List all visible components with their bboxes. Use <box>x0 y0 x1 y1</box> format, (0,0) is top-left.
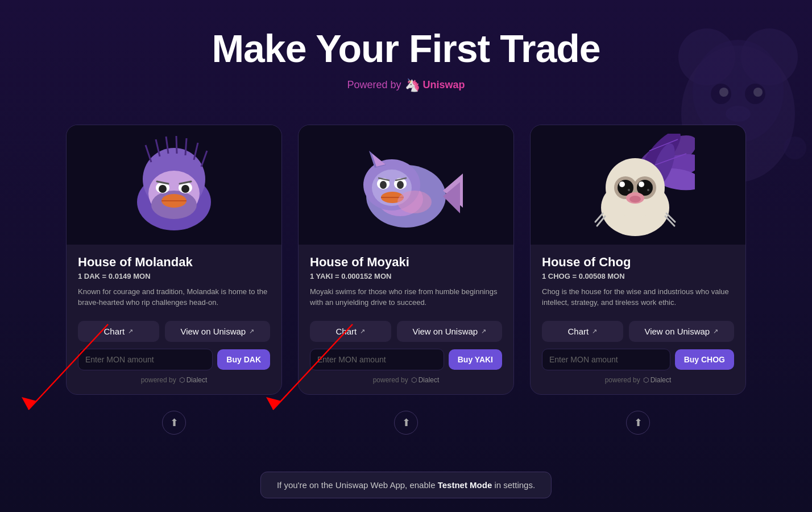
swap-row-yaki: Buy YAKI <box>299 349 513 370</box>
dialect-brand-dak: Dialect <box>187 376 208 384</box>
creature-yaki-svg <box>349 134 463 236</box>
uniswap-logo: 🦄 Uniswap <box>405 78 465 93</box>
chart-button-yaki[interactable]: Chart ↗ <box>310 321 391 342</box>
card-body-chog: House of Chog 1 CHOG = 0.00508 MON Chog … <box>531 245 745 321</box>
testnet-suffix: in settings. <box>494 480 535 490</box>
svg-point-70 <box>647 189 649 191</box>
share-wrapper-yaki: ⬆ <box>298 411 514 435</box>
external-icon-chart-chog: ↗ <box>592 328 597 335</box>
uniswap-label: Uniswap <box>423 79 465 91</box>
svg-point-67 <box>619 181 625 187</box>
svg-point-68 <box>639 181 644 187</box>
card-actions-chog: Chart ↗ View on Uniswap ↗ <box>531 321 745 342</box>
share-wrapper-chog: ⬆ <box>530 411 746 435</box>
chart-button-dak[interactable]: Chart ↗ <box>78 321 159 342</box>
uniswap-label-dak: View on Uniswap <box>180 327 246 336</box>
testnet-notice: If you're on the Uniswap Web App, enable <box>277 480 436 490</box>
uniswap-label-chog: View on Uniswap <box>644 327 710 336</box>
svg-point-52 <box>397 191 432 213</box>
share-wrapper-dak: ⬆ <box>66 411 282 435</box>
dialect-logo-chog: ⬡ Dialect <box>643 376 672 384</box>
buy-dak-button[interactable]: Buy DAK <box>217 349 270 370</box>
card-desc-chog: Chog is the house for the wise and indus… <box>542 286 734 308</box>
card-title-chog: House of Chog <box>542 255 734 270</box>
card-dak: House of Molandak 1 DAK = 0.0149 MON Kno… <box>66 125 282 395</box>
svg-point-29 <box>159 185 167 193</box>
mon-input-chog[interactable] <box>542 349 670 370</box>
creature-dak-svg <box>117 134 231 236</box>
dialect-label-chog: powered by <box>605 376 640 384</box>
dialect-label-yaki: powered by <box>373 376 408 384</box>
card-chog: House of Chog 1 CHOG = 0.00508 MON Chog … <box>530 125 746 395</box>
card-title-dak: House of Molandak <box>78 255 270 270</box>
card-body-dak: House of Molandak 1 DAK = 0.0149 MON Kno… <box>67 245 281 321</box>
share-button-chog[interactable]: ⬆ <box>626 411 650 435</box>
external-icon-chart-dak: ↗ <box>128 328 133 335</box>
mon-input-yaki[interactable] <box>310 349 444 370</box>
chart-label-yaki: Chart <box>335 327 357 336</box>
chart-button-chog[interactable]: Chart ↗ <box>542 321 623 342</box>
page-title: Make Your First Trade <box>0 27 812 70</box>
svg-line-21 <box>176 136 177 154</box>
svg-point-46 <box>380 181 387 189</box>
dialect-brand-yaki: Dialect <box>419 376 440 384</box>
share-button-yaki[interactable]: ⬆ <box>394 411 418 435</box>
svg-point-47 <box>397 181 404 189</box>
dialect-icon-yaki: ⬡ <box>411 376 417 384</box>
external-icon-uni-dak: ↗ <box>249 328 254 335</box>
card-body-yaki: House of Moyaki 1 YAKI = 0.000152 MON Mo… <box>299 245 513 321</box>
card-desc-dak: Known for courage and tradition, Molanda… <box>78 286 270 308</box>
card-actions-yaki: Chart ↗ View on Uniswap ↗ <box>299 321 513 342</box>
share-button-dak[interactable]: ⬆ <box>162 411 186 435</box>
page-header: Make Your First Trade Powered by 🦄 Unisw… <box>0 0 812 104</box>
external-icon-uni-chog: ↗ <box>713 328 718 335</box>
dialect-icon-chog: ⬡ <box>643 376 649 384</box>
card-rate-chog: 1 CHOG = 0.00508 MON <box>542 272 734 280</box>
svg-point-30 <box>181 185 189 193</box>
svg-line-22 <box>185 138 187 155</box>
testnet-bar: If you're on the Uniswap Web App, enable… <box>260 472 552 498</box>
cards-section: House of Molandak 1 DAK = 0.0149 MON Kno… <box>0 104 812 406</box>
dialect-logo-dak: ⬡ Dialect <box>179 376 208 384</box>
testnet-bold: Testnet Mode <box>438 480 492 490</box>
card-image-chog <box>531 125 745 245</box>
creature-chog-svg <box>581 134 695 236</box>
dialect-label-dak: powered by <box>141 376 176 384</box>
uniswap-label-yaki: View on Uniswap <box>412 327 478 336</box>
uniswap-button-yaki[interactable]: View on Uniswap ↗ <box>397 321 502 342</box>
card-image-dak <box>67 125 281 245</box>
svg-point-72 <box>629 196 641 203</box>
card-title-yaki: House of Moyaki <box>310 255 502 270</box>
card-rate-yaki: 1 YAKI = 0.000152 MON <box>310 272 502 280</box>
dialect-icon-dak: ⬡ <box>179 376 185 384</box>
chart-label-chog: Chart <box>567 327 589 336</box>
card-image-yaki <box>299 125 513 245</box>
svg-point-69 <box>628 189 630 191</box>
uniswap-icon: 🦄 <box>405 78 420 93</box>
dialect-footer-dak: powered by ⬡ Dialect <box>67 376 281 384</box>
buy-yaki-button[interactable]: Buy YAKI <box>449 349 502 370</box>
external-icon-uni-yaki: ↗ <box>481 328 486 335</box>
dialect-brand-chog: Dialect <box>651 376 672 384</box>
dialect-logo-yaki: ⬡ Dialect <box>411 376 440 384</box>
share-row: ⬆ ⬆ ⬆ <box>0 406 812 439</box>
swap-row-dak: Buy DAK <box>67 349 281 370</box>
mon-input-dak[interactable] <box>78 349 213 370</box>
external-icon-chart-yaki: ↗ <box>360 328 365 335</box>
uniswap-button-dak[interactable]: View on Uniswap ↗ <box>165 321 270 342</box>
chart-label-dak: Chart <box>103 327 125 336</box>
card-desc-yaki: Moyaki swims for those who rise from hum… <box>310 286 502 308</box>
dialect-footer-yaki: powered by ⬡ Dialect <box>299 376 513 384</box>
dialect-footer-chog: powered by ⬡ Dialect <box>531 376 745 384</box>
page-wrapper: Make Your First Trade Powered by 🦄 Unisw… <box>0 0 812 512</box>
powered-by-row: Powered by 🦄 Uniswap <box>0 78 812 93</box>
powered-label: Powered by <box>347 79 401 91</box>
uniswap-button-chog[interactable]: View on Uniswap ↗ <box>629 321 734 342</box>
buy-chog-button[interactable]: Buy CHOG <box>675 349 734 370</box>
card-rate-dak: 1 DAK = 0.0149 MON <box>78 272 270 280</box>
swap-row-chog: Buy CHOG <box>531 349 745 370</box>
card-yaki: House of Moyaki 1 YAKI = 0.000152 MON Mo… <box>298 125 514 395</box>
card-actions-dak: Chart ↗ View on Uniswap ↗ <box>67 321 281 342</box>
